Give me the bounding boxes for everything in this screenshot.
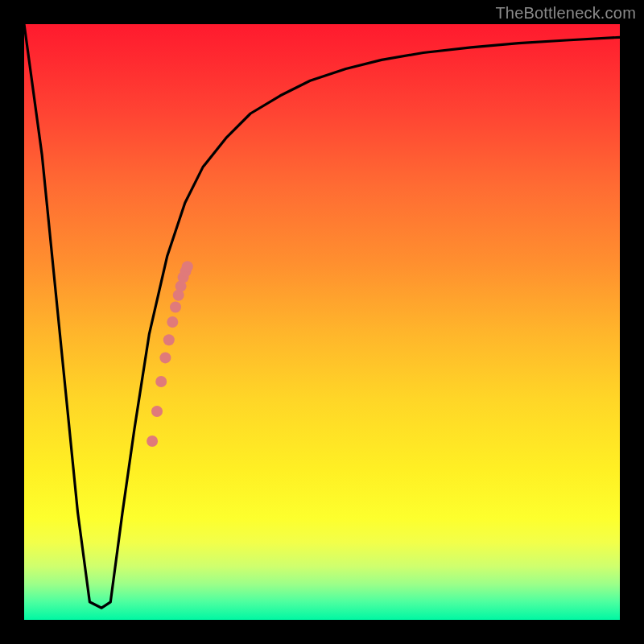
- highlight-markers: [147, 261, 193, 447]
- bottleneck-curve: [24, 24, 620, 608]
- highlight-dot: [167, 316, 178, 328]
- highlight-dot: [155, 376, 167, 387]
- curve-layer: [24, 24, 620, 620]
- plot-area: [24, 24, 620, 620]
- highlight-dot: [151, 406, 163, 417]
- chart-frame: TheBottleneck.com: [0, 0, 644, 644]
- highlight-dot: [170, 302, 181, 313]
- highlight-dot: [159, 352, 171, 363]
- highlight-dot: [147, 436, 158, 447]
- highlight-dot: [163, 334, 175, 345]
- highlight-dot: [182, 261, 193, 272]
- attribution-text: TheBottleneck.com: [495, 4, 636, 23]
